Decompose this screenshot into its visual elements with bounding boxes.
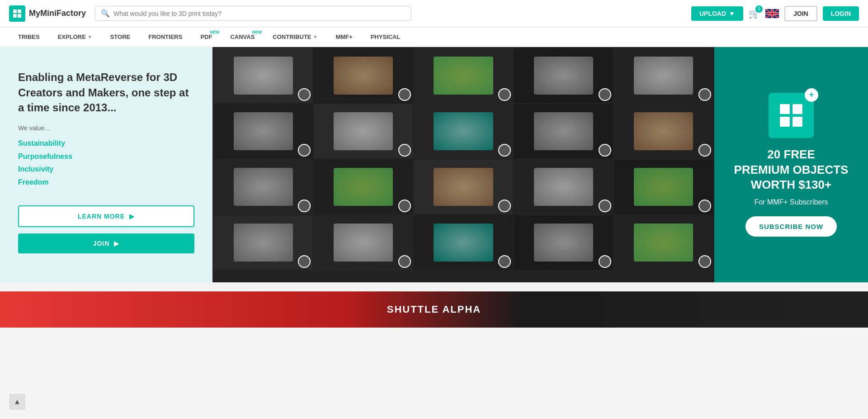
learn-more-button[interactable]: LEARN MORE ▶	[18, 205, 194, 227]
nav-item-explore[interactable]: EXPLORE ▼	[49, 28, 101, 46]
header: MyMiniFactory 🔍 UPLOAD ▼ 🛒 0 JOIN LOGIN	[0, 0, 868, 27]
creator-avatar	[498, 255, 511, 268]
subscribe-now-button[interactable]: SUBSCRIBE NOW	[745, 216, 837, 237]
mmf-logo: +	[769, 93, 814, 138]
creator-avatar	[398, 88, 411, 101]
creator-avatar	[599, 200, 611, 212]
svg-rect-5	[780, 104, 790, 114]
values-list: Sustainability Purposefulness Inclusivit…	[18, 137, 194, 189]
grid-cell[interactable]	[214, 48, 312, 103]
site-name: MyMiniFactory	[29, 9, 86, 18]
svg-rect-6	[793, 104, 802, 114]
svg-rect-7	[780, 117, 790, 127]
nav-item-store[interactable]: STORE	[101, 28, 140, 46]
arrow-right-icon: ▶	[129, 213, 135, 220]
nav-item-contribute[interactable]: CONTRIBUTE ▼	[264, 28, 326, 46]
grid-cell[interactable]	[314, 104, 412, 158]
svg-rect-2	[13, 14, 17, 18]
cart-badge: 0	[755, 5, 763, 13]
header-actions: UPLOAD ▼ 🛒 0 JOIN LOGIN	[691, 6, 859, 21]
creator-avatar	[698, 88, 711, 101]
svg-rect-1	[18, 10, 21, 13]
grid-cell[interactable]	[514, 48, 613, 103]
mmf-plus-panel: + 20 FREE PREMIUM OBJECTS WORTH $130+ Fo…	[714, 47, 868, 282]
product-grid	[212, 47, 714, 282]
grid-cell[interactable]	[614, 215, 713, 270]
svg-rect-8	[793, 117, 802, 127]
plus-badge: +	[805, 88, 818, 102]
grid-cell[interactable]	[214, 104, 312, 158]
nav-item-frontiers[interactable]: FRONTIERS	[139, 28, 191, 46]
chevron-down-icon: ▼	[729, 10, 735, 17]
grid-cell[interactable]	[214, 215, 312, 270]
main-content: Enabling a MetaReverse for 3D Creators a…	[0, 47, 868, 282]
hero-heading: Enabling a MetaReverse for 3D Creators a…	[18, 70, 194, 115]
grid-cell[interactable]	[614, 160, 713, 214]
value-item-purposefulness: Purposefulness	[18, 150, 194, 163]
nav-item-tribes[interactable]: TRIBES	[9, 28, 49, 46]
mmf-plus-subtext: For MMF+ Subscribers	[754, 198, 828, 206]
bottom-banner: SHUTTLE ALPHA	[0, 291, 868, 328]
search-bar: 🔍	[95, 6, 411, 21]
mmf-plus-headline: 20 FREE PREMIUM OBJECTS WORTH $130+	[734, 147, 849, 193]
value-item-freedom: Freedom	[18, 176, 194, 189]
value-item-inclusivity: Inclusivity	[18, 163, 194, 176]
new-badge-pdf: NEW	[210, 30, 219, 34]
creator-avatar	[498, 200, 511, 212]
creator-avatar	[698, 255, 711, 268]
creator-avatar	[698, 144, 711, 157]
nav-item-mmfplus[interactable]: MMF+	[326, 28, 361, 46]
grid-cell[interactable]	[314, 48, 412, 103]
language-selector[interactable]	[765, 9, 779, 18]
creator-avatar	[398, 200, 411, 212]
creator-avatar	[698, 200, 711, 212]
we-value-label: We value...	[18, 124, 194, 132]
right-content: + 20 FREE PREMIUM OBJECTS WORTH $130+ Fo…	[212, 47, 868, 282]
logo-icon	[9, 5, 25, 22]
grid-cell[interactable]	[314, 215, 412, 270]
search-input[interactable]	[113, 10, 406, 17]
bottom-banner-text: SHUTTLE ALPHA	[387, 304, 481, 315]
main-nav: TRIBES EXPLORE ▼ STORE FRONTIERS PDF NEW…	[0, 27, 868, 47]
new-badge-canvas: NEW	[252, 30, 262, 34]
creator-avatar	[498, 144, 511, 157]
arrow-right-icon: ▶	[114, 240, 119, 247]
nav-item-pdf[interactable]: PDF NEW	[191, 28, 221, 46]
value-item-sustainability: Sustainability	[18, 137, 194, 150]
creator-avatar	[398, 255, 411, 268]
grid-cell[interactable]	[414, 104, 513, 158]
grid-cell[interactable]	[414, 48, 513, 103]
creator-avatar	[599, 88, 611, 101]
nav-item-canvas[interactable]: CANVAS NEW	[221, 28, 264, 46]
grid-cell[interactable]	[614, 48, 713, 103]
creator-avatar	[599, 144, 611, 157]
grid-cell[interactable]	[514, 160, 613, 214]
svg-rect-0	[13, 10, 17, 13]
chevron-down-icon: ▼	[88, 34, 92, 39]
login-button[interactable]: LOGIN	[823, 6, 859, 21]
upload-button[interactable]: UPLOAD ▼	[691, 6, 743, 21]
nav-item-physical[interactable]: PHYSICAL	[362, 28, 410, 46]
grid-cell[interactable]	[414, 160, 513, 214]
grid-cell[interactable]	[614, 104, 713, 158]
creator-avatar	[599, 255, 611, 268]
hero-panel: Enabling a MetaReverse for 3D Creators a…	[0, 47, 212, 282]
grid-cell[interactable]	[314, 160, 412, 214]
cart-button[interactable]: 🛒 0	[749, 8, 760, 19]
grid-cell[interactable]	[514, 104, 613, 158]
join-button[interactable]: JOIN	[784, 6, 817, 21]
creator-avatar	[398, 144, 411, 157]
logo-link[interactable]: MyMiniFactory	[9, 5, 86, 22]
search-icon: 🔍	[101, 9, 110, 18]
creator-avatar	[498, 88, 511, 101]
grid-cell[interactable]	[414, 215, 513, 270]
grid-cell[interactable]	[514, 215, 613, 270]
grid-cell[interactable]	[214, 160, 312, 214]
svg-rect-3	[18, 14, 21, 18]
hero-join-button[interactable]: JOIN ▶	[18, 233, 194, 253]
chevron-down-icon: ▼	[313, 34, 318, 39]
